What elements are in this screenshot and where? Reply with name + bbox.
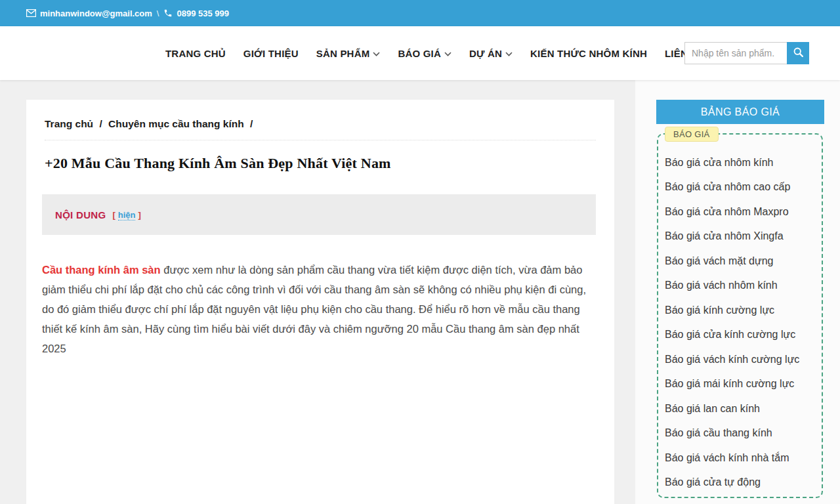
pricing-links-list: Báo giá cửa nhôm kính Báo giá cửa nhôm c… — [665, 150, 822, 495]
topbar-phone[interactable]: 0899 535 999 — [177, 9, 229, 18]
phone-icon — [163, 9, 173, 18]
main-nav: TRANG CHỦ GIỚI THIỆU SẢN PHẨM BÁO GIÁ DỰ… — [165, 26, 705, 80]
chevron-down-icon — [373, 52, 380, 56]
search-button[interactable] — [787, 42, 809, 64]
topbar-separator: \ — [157, 9, 159, 18]
page-title: +20 Mẫu Cầu Thang Kính Âm Sàn Đẹp Nhất V… — [45, 155, 596, 172]
nav-label: DỰ ÁN — [469, 48, 502, 59]
list-item: Báo giá vách kính nhà tắm — [665, 446, 822, 471]
sidebar-link-cau-thang-kinh[interactable]: Báo giá cầu thang kính — [665, 427, 772, 439]
sidebar-link-vach-kinh-nha-tam[interactable]: Báo giá vách kính nhà tắm — [665, 452, 789, 464]
breadcrumb-category[interactable]: Chuyên mục cầu thang kính — [108, 118, 244, 129]
nav-item-san-pham[interactable]: SẢN PHẨM — [316, 48, 381, 59]
sidebar-link-kinh-cuong-luc[interactable]: Báo giá kính cường lực — [665, 304, 774, 316]
sidebar: BẢNG BÁO GIÁ BÁO GIÁ Báo giá cửa nhôm kí… — [635, 80, 840, 504]
list-item: Báo giá vách nhôm kính — [665, 274, 822, 299]
toc-toggle-wrap: [hiện] — [112, 210, 140, 220]
nav-item-kien-thuc[interactable]: KIẾN THỨC NHÔM KÍNH — [530, 48, 647, 59]
toc-bracket-open: [ — [112, 210, 115, 220]
sidebar-link-lan-can-kinh[interactable]: Báo giá lan can kính — [665, 403, 760, 415]
list-item: Báo giá cửa nhôm Xingfa — [665, 224, 822, 249]
nav-label: GIỚI THIỆU — [243, 48, 299, 59]
breadcrumb-separator: / — [99, 118, 102, 129]
list-item: Báo giá vách kính cường lực — [665, 347, 822, 372]
sidebar-link-cua-kinh-cuong-luc[interactable]: Báo giá cửa kính cường lực — [665, 329, 795, 341]
search-input[interactable] — [684, 42, 787, 64]
nav-label: KIẾN THỨC NHÔM KÍNH — [530, 48, 647, 59]
article-body-text: được xem như là dòng sản phẩm cầu thang … — [42, 264, 586, 354]
article-card: Trang chủ / Chuyên mục cầu thang kính / … — [26, 100, 614, 504]
list-item: Báo giá lan can kính — [665, 396, 822, 421]
toc-box: NỘI DUNG [hiện] — [42, 194, 596, 235]
list-item: Báo giá mái kính cường lực — [665, 372, 822, 397]
chevron-down-icon — [444, 52, 452, 56]
header: TRANG CHỦ GIỚI THIỆU SẢN PHẨM BÁO GIÁ DỰ… — [0, 26, 840, 80]
nav-label: TRANG CHỦ — [165, 48, 226, 59]
article-paragraph: Cầu thang kính âm sàn được xem như là dò… — [42, 260, 600, 358]
list-item: Báo giá cửa nhôm kính — [665, 150, 822, 175]
sidebar-link-cua-nhom-kinh[interactable]: Báo giá cửa nhôm kính — [665, 157, 773, 169]
pricing-box-label: BÁO GIÁ — [665, 127, 719, 142]
search-icon — [793, 47, 804, 60]
breadcrumb-separator: / — [250, 118, 253, 129]
divider — [45, 140, 596, 140]
sidebar-link-cua-nhom-xingfa[interactable]: Báo giá cửa nhôm Xingfa — [665, 230, 784, 242]
toc-show-link[interactable]: hiện — [118, 210, 136, 220]
sidebar-link-cua-nhom-maxpro[interactable]: Báo giá cửa nhôm Maxpro — [665, 206, 789, 218]
list-item: Báo giá cầu thang kính — [665, 421, 822, 446]
search-box — [684, 42, 809, 64]
sidebar-link-vach-mat-dung[interactable]: Báo giá vách mặt dựng — [665, 255, 773, 267]
list-item: Báo giá cửa nhôm cao cấp — [665, 175, 822, 200]
topbar: minhanwindow@gmail.com \ 0899 535 999 — [0, 0, 840, 26]
sidebar-title: BẢNG BÁO GIÁ — [656, 100, 824, 124]
article-lead-keyword: Cầu thang kính âm sàn — [42, 264, 161, 276]
nav-label: SẢN PHẨM — [316, 48, 370, 59]
sidebar-link-mai-kinh-cuong-luc[interactable]: Báo giá mái kính cường lực — [665, 378, 794, 390]
breadcrumb-home[interactable]: Trang chủ — [45, 118, 93, 129]
list-item: Báo giá kính cường lực — [665, 298, 822, 323]
sidebar-link-cua-nhom-cao-cap[interactable]: Báo giá cửa nhôm cao cấp — [665, 181, 790, 193]
list-item: Báo giá cửa nhôm Maxpro — [665, 200, 822, 224]
email-icon — [26, 9, 36, 17]
list-item: Báo giá cửa tự động — [665, 471, 822, 495]
topbar-email[interactable]: minhanwindow@gmail.com — [40, 9, 152, 18]
nav-label: BÁO GIÁ — [398, 48, 441, 59]
pricing-box: BÁO GIÁ Báo giá cửa nhôm kính Báo giá cử… — [657, 133, 823, 498]
sidebar-link-vach-nhom-kinh[interactable]: Báo giá vách nhôm kính — [665, 280, 778, 291]
sidebar-link-vach-kinh-cuong-luc[interactable]: Báo giá vách kính cường lực — [665, 354, 799, 366]
nav-item-bao-gia[interactable]: BÁO GIÁ — [398, 48, 452, 59]
nav-item-du-an[interactable]: DỰ ÁN — [469, 48, 513, 59]
chevron-down-icon — [505, 52, 513, 56]
breadcrumb: Trang chủ / Chuyên mục cầu thang kính / — [42, 118, 596, 130]
list-item: Báo giá vách mặt dựng — [665, 249, 822, 274]
toc-title: NỘI DUNG — [55, 209, 106, 220]
nav-item-trang-chu[interactable]: TRANG CHỦ — [165, 48, 226, 59]
nav-item-gioi-thieu[interactable]: GIỚI THIỆU — [243, 48, 299, 59]
sidebar-link-cua-tu-dong[interactable]: Báo giá cửa tự động — [665, 476, 761, 488]
toc-bracket-close: ] — [138, 210, 140, 220]
list-item: Báo giá cửa kính cường lực — [665, 323, 822, 348]
